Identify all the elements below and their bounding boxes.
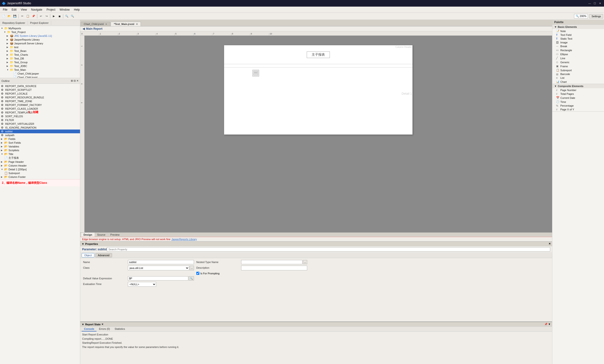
outline-subpath[interactable]: ⚙ subpath	[0, 133, 80, 137]
console-tab[interactable]: Console	[82, 327, 97, 331]
palette-barcode[interactable]: ▤ Barcode	[552, 72, 604, 76]
outline-sublist[interactable]: ⚙ sublist	[0, 129, 80, 133]
report-state-collapse[interactable]: ▼	[82, 323, 84, 326]
warning-link[interactable]: JasperReports Library	[171, 238, 197, 241]
outline-report-locale[interactable]: ⚙ REPORT_LOCALE	[0, 92, 80, 96]
name-input[interactable]	[128, 260, 194, 264]
design-tab[interactable]: Design	[81, 233, 95, 237]
palette-frame[interactable]: ▣ Frame	[552, 64, 604, 68]
tree-item-jasper-lib[interactable]: ▶ 📦 JasperReports Library	[0, 38, 80, 41]
toolbar-save[interactable]: 💾	[12, 14, 17, 19]
palette-page-x-of-y[interactable]: # Page X of Y	[552, 108, 604, 111]
outline-sort-fields[interactable]: ⚙ SORT_FIELDS	[0, 114, 80, 118]
settings-button[interactable]: Settings	[589, 14, 603, 18]
nested-type-browse[interactable]: ...	[303, 260, 307, 264]
outline-subreport[interactable]: 📋 Subreport	[0, 171, 80, 175]
class-browse[interactable]: ...	[190, 266, 194, 270]
outline-fields[interactable]: ▶ 📂 Fields	[0, 137, 80, 141]
outline-report-virtualizer[interactable]: ⚙ REPORT_VIRTUALIZER	[0, 122, 80, 126]
outline-report-class-loader[interactable]: ⚙ REPORT_CLASS_LOADER	[0, 107, 80, 111]
outline-scriptlets[interactable]: ▶ 📂 Scriptlets	[0, 148, 80, 152]
palette-rectangle[interactable]: ▭ Rectangle	[552, 48, 604, 52]
prop-tab-object[interactable]: Object	[82, 253, 94, 257]
palette-ellipse[interactable]: ⬭ Ellipse	[552, 52, 604, 56]
tree-item-chart-child-jasper[interactable]: ▶ 📄 Chart_Child.jasper	[0, 72, 80, 75]
toolbar-paste[interactable]: 📌	[31, 14, 36, 19]
tab-project-explorer[interactable]: Project Explorer	[28, 21, 51, 25]
report-state-close-btn[interactable]: ✕	[101, 323, 103, 326]
outline-column-footer[interactable]: ▶ 📂 Column Footer	[0, 175, 80, 179]
tree-item-test-db[interactable]: ▶ 📁 Test_DB	[0, 57, 80, 60]
tree-item-test-jdbc[interactable]: ▶ 📁 Test_JDBC	[0, 64, 80, 68]
outline-btn-1[interactable]: ⊞	[71, 79, 73, 82]
palette-page-number[interactable]: # Page Number	[552, 88, 604, 92]
tree-item-test-bean[interactable]: ▶ 📁 Test_Bean	[0, 49, 80, 53]
outline-report-templates[interactable]: ⚙ REPORT_TEMPLATES 1、创建	[0, 111, 80, 114]
palette-time[interactable]: 🕐 Time	[552, 100, 604, 104]
palette-current-date[interactable]: 📅 Current Date	[552, 96, 604, 100]
outline-sort-fields2[interactable]: ▶ 📂 Sort Fields	[0, 141, 80, 145]
palette-break[interactable]: — Break	[552, 44, 604, 48]
toolbar-open[interactable]: 📂	[7, 14, 12, 19]
palette-total-pages[interactable]: # Total Pages	[552, 92, 604, 96]
report-state-pin[interactable]: 📌	[544, 323, 548, 326]
tree-item-test-charts[interactable]: ▶ 📁 Test_Charts	[0, 53, 80, 57]
maximize-button[interactable]: ☐	[593, 1, 597, 5]
preview-tab[interactable]: Preview	[108, 233, 122, 237]
source-tab[interactable]: Source	[95, 233, 108, 237]
tree-item-test[interactable]: ▶ 📁 test	[0, 45, 80, 49]
toolbar-copy[interactable]: 📋	[25, 14, 30, 19]
is-for-prompting-checkbox[interactable]	[196, 272, 199, 275]
tree-item-test-group[interactable]: ▶ 📁 Test_Group	[0, 60, 80, 64]
outline-report-data-source[interactable]: ⚙ REPORT_DATA_SOURCE	[0, 84, 80, 88]
outline-title-text[interactable]: 📄 主子报表	[0, 156, 80, 160]
toolbar-zoom-in[interactable]: 🔍	[64, 14, 69, 19]
tab-close-active[interactable]: ✕	[136, 23, 138, 25]
minimize-button[interactable]: —	[588, 1, 592, 5]
toolbar-cut[interactable]: ✂	[20, 14, 25, 19]
outline-filter[interactable]: ⚙ FILTER	[0, 118, 80, 122]
menu-project[interactable]: Project	[45, 8, 57, 12]
prop-tab-advanced[interactable]: Advanced	[95, 253, 112, 257]
outline-report-scriptlet[interactable]: ⚙ REPORT_SCRIPTLET	[0, 88, 80, 92]
palette-text-field[interactable]: T Text Field	[552, 33, 604, 37]
report-state-menu[interactable]: ▼	[548, 323, 551, 326]
tab-test-main[interactable]: *Test_Main.jrxml ✕	[111, 22, 141, 26]
tree-item-jre[interactable]: ▶ 📦 JRE System Library [JavaSE-11]	[0, 34, 80, 38]
palette-percentage[interactable]: % Percentage	[552, 104, 604, 108]
subreport-element[interactable]	[252, 70, 259, 76]
outline-is-ignore-pagination[interactable]: ⚙ IS_IGNORE_PAGINATION	[0, 126, 80, 129]
tree-item-chart-child-jrxml[interactable]: ▶ 📄 Chart_Child.jrxml	[0, 75, 80, 78]
toolbar-undo[interactable]: ↩	[38, 14, 43, 19]
outline-report-time-zone[interactable]: ⚙ REPORT_TIME_ZONE	[0, 99, 80, 103]
palette-chart[interactable]: 📊 Chart	[552, 80, 604, 84]
palette-line[interactable]: ╱ Line	[552, 56, 604, 60]
tree-item-myreports[interactable]: ▼ 📁 MyReports	[0, 26, 80, 30]
tree-item-jaspersoft-lib[interactable]: ▶ 📦 Jaspersoft Server Library	[0, 41, 80, 45]
palette-static-text[interactable]: T Static Text	[552, 37, 604, 41]
tab-chart-child[interactable]: Chart_Child.jrxml ✕	[81, 22, 110, 26]
design-area[interactable]: 1 2 3 4 主子报表	[80, 36, 552, 322]
outline-detail1[interactable]: ▼ 📂 Detail 1 [200px]	[0, 167, 80, 171]
toolbar-stop[interactable]: ⏹	[57, 14, 62, 19]
default-value-browse[interactable]: 🔍	[189, 276, 194, 280]
palette-list[interactable]: ≡ List	[552, 76, 604, 80]
default-value-input[interactable]	[128, 276, 188, 280]
props-close[interactable]: ✕	[549, 242, 551, 245]
outline-report-resource-bundle[interactable]: ⚙ REPORT_RESOURCE_BUNDLE	[0, 96, 80, 99]
title-text-box[interactable]: 主子报表	[307, 51, 330, 58]
tab-repository-explorer[interactable]: Repository Explorer	[0, 21, 28, 25]
class-select[interactable]: java.util.List	[128, 266, 189, 270]
palette-basic-header[interactable]: ▼ Basic Elements	[552, 25, 604, 29]
outline-close[interactable]: ✕	[76, 79, 79, 82]
menu-edit[interactable]: Edit	[10, 8, 18, 12]
menu-window[interactable]: Window	[58, 8, 72, 12]
tab-close[interactable]: ✕	[105, 23, 107, 25]
menu-file[interactable]: File	[1, 8, 9, 12]
outline-variables[interactable]: ▶ 📂 Variables	[0, 145, 80, 148]
outline-btn-2[interactable]: ⊟	[74, 79, 76, 82]
title-bar-controls[interactable]: — ☐ ✕	[588, 1, 602, 5]
description-input[interactable]	[241, 266, 307, 270]
toolbar-zoom-out[interactable]: 🔍	[70, 14, 75, 19]
nested-type-input[interactable]	[241, 260, 302, 264]
